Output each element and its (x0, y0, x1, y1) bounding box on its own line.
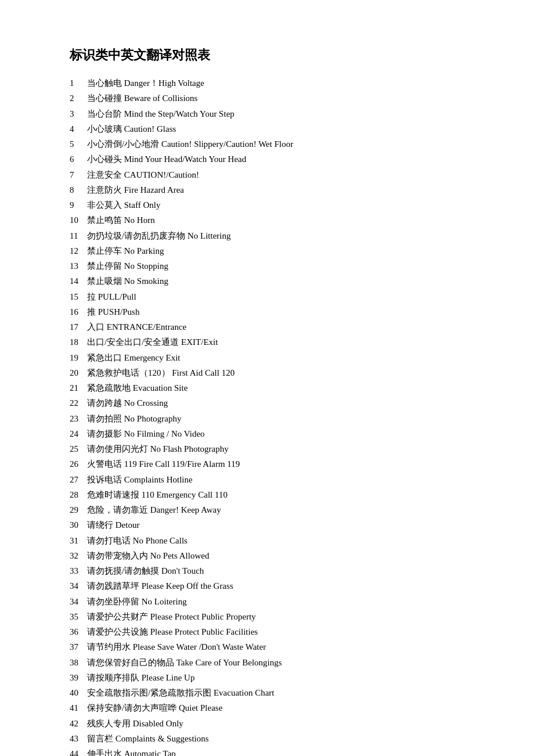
item-number: 35 (70, 609, 87, 624)
list-item: 10禁止鸣笛 No Horn (70, 213, 464, 228)
item-number: 31 (70, 533, 87, 548)
item-text: 请勿跨越 No Crossing (87, 395, 464, 411)
item-text: 推 PUSH/Push (87, 304, 464, 319)
list-item: 12禁止停车 No Parking (70, 243, 464, 258)
item-number: 21 (70, 380, 87, 395)
item-text: 伸手出水 Automatic Tap (87, 746, 464, 756)
item-text: 当心碰撞 Beware of Collisions (87, 91, 464, 106)
list-item: 11勿扔垃圾/请勿乱扔废弃物 No Littering (70, 228, 464, 243)
item-text: 火警电话 119 Fire Call 119/Fire Alarm 119 (87, 456, 464, 471)
item-number: 20 (70, 365, 87, 380)
item-number: 8 (70, 182, 87, 197)
item-text: 紧急出口 Emergency Exit (87, 350, 464, 365)
item-number: 34 (70, 578, 87, 593)
item-text: 安全疏散指示图/紧急疏散指示图 Evacuation Chart (87, 685, 464, 700)
item-text: 小心玻璃 Caution! Glass (87, 121, 464, 136)
item-number: 12 (70, 243, 87, 258)
item-number: 19 (70, 350, 87, 365)
list-item: 33请勿抚摸/请勿触摸 Don't Touch (70, 563, 464, 578)
item-text: 请节约用水 Please Save Water /Don't Waste Wat… (87, 639, 464, 654)
item-text: 小心滑倒/小心地滑 Caution! Slippery/Caution! Wet… (87, 136, 464, 152)
item-text: 保持安静/请勿大声喧哗 Quiet Please (87, 700, 464, 715)
item-text: 紧急救护电话（120） First Aid Call 120 (87, 365, 464, 380)
item-number: 33 (70, 563, 87, 578)
item-number: 17 (70, 319, 87, 334)
item-text: 当心触电 Danger！High Voltage (87, 75, 464, 91)
list-item: 44伸手出水 Automatic Tap (70, 746, 464, 756)
item-text: 注意防火 Fire Hazard Area (87, 182, 464, 197)
item-text: 请勿带宠物入内 No Pets Allowed (87, 548, 464, 563)
list-item: 39请按顺序排队 Please Line Up (70, 670, 464, 685)
item-number: 1 (70, 75, 87, 91)
list-item: 42残疾人专用 Disabled Only (70, 716, 464, 731)
item-number: 4 (70, 121, 87, 136)
item-text: 请绕行 Detour (87, 517, 464, 532)
item-text: 请勿践踏草坪 Please Keep Off the Grass (87, 578, 464, 593)
item-number: 15 (70, 289, 87, 304)
item-number: 40 (70, 685, 87, 700)
item-text: 请爱护公共财产 Please Protect Public Property (87, 609, 464, 624)
list-item: 15拉 PULL/Pull (70, 289, 464, 304)
item-text: 小心碰头 Mind Your Head/Watch Your Head (87, 152, 464, 167)
item-number: 38 (70, 655, 87, 670)
item-text: 残疾人专用 Disabled Only (87, 716, 464, 731)
item-number: 36 (70, 624, 87, 639)
item-number: 22 (70, 395, 87, 411)
item-number: 10 (70, 213, 87, 228)
item-text: 危难时请速报 110 Emergency Call 110 (87, 487, 464, 502)
item-number: 41 (70, 700, 87, 715)
list-item: 25请勿使用闪光灯 No Flash Photography (70, 441, 464, 456)
list-item: 1当心触电 Danger！High Voltage (70, 75, 464, 91)
list-item: 3当心台阶 Mind the Step/Watch Your Step (70, 106, 464, 121)
list-item: 23请勿拍照 No Photography (70, 411, 464, 426)
item-number: 9 (70, 197, 87, 213)
item-number: 24 (70, 426, 87, 441)
item-number: 28 (70, 487, 87, 502)
item-number: 23 (70, 411, 87, 426)
item-text: 非公莫入 Staff Only (87, 197, 464, 213)
item-text: 危险，请勿靠近 Danger! Keep Away (87, 502, 464, 517)
list-item: 22请勿跨越 No Crossing (70, 395, 464, 411)
item-number: 37 (70, 639, 87, 654)
item-text: 请勿坐卧停留 No Loitering (87, 594, 464, 609)
list-item: 2当心碰撞 Beware of Collisions (70, 91, 464, 106)
list-item: 30请绕行 Detour (70, 517, 464, 532)
item-text: 投诉电话 Complaints Hotline (87, 472, 464, 487)
item-text: 勿扔垃圾/请勿乱扔废弃物 No Littering (87, 228, 464, 243)
item-text: 留言栏 Complaints & Suggestions (87, 731, 464, 746)
list-item: 9非公莫入 Staff Only (70, 197, 464, 213)
item-number: 11 (70, 228, 87, 243)
item-number: 13 (70, 258, 87, 273)
item-number: 7 (70, 167, 87, 182)
list-item: 37请节约用水 Please Save Water /Don't Waste W… (70, 639, 464, 654)
list-item: 41保持安静/请勿大声喧哗 Quiet Please (70, 700, 464, 715)
item-text: 注意安全 CAUTION!/Caution! (87, 167, 464, 182)
list-item: 43留言栏 Complaints & Suggestions (70, 731, 464, 746)
list-item: 28危难时请速报 110 Emergency Call 110 (70, 487, 464, 502)
list-item: 29危险，请勿靠近 Danger! Keep Away (70, 502, 464, 517)
item-text: 禁止停车 No Parking (87, 243, 464, 258)
item-number: 26 (70, 456, 87, 471)
item-number: 6 (70, 152, 87, 167)
item-number: 5 (70, 136, 87, 152)
list-item: 18出口/安全出口/安全通道 EXIT/Exit (70, 334, 464, 350)
list-item: 32请勿带宠物入内 No Pets Allowed (70, 548, 464, 563)
item-number: 27 (70, 472, 87, 487)
item-text: 请勿摄影 No Filming / No Video (87, 426, 464, 441)
list-item: 20紧急救护电话（120） First Aid Call 120 (70, 365, 464, 380)
item-text: 拉 PULL/Pull (87, 289, 464, 304)
item-number: 44 (70, 746, 87, 756)
item-text: 请勿打电话 No Phone Calls (87, 533, 464, 548)
list-item: 4小心玻璃 Caution! Glass (70, 121, 464, 136)
item-number: 32 (70, 548, 87, 563)
list-item: 19紧急出口 Emergency Exit (70, 350, 464, 365)
list-item: 5小心滑倒/小心地滑 Caution! Slippery/Caution! We… (70, 136, 464, 152)
item-number: 18 (70, 334, 87, 350)
list-item: 40安全疏散指示图/紧急疏散指示图 Evacuation Chart (70, 685, 464, 700)
list-item: 6小心碰头 Mind Your Head/Watch Your Head (70, 152, 464, 167)
item-text: 请勿抚摸/请勿触摸 Don't Touch (87, 563, 464, 578)
item-text: 禁止鸣笛 No Horn (87, 213, 464, 228)
item-text: 禁止停留 No Stopping (87, 258, 464, 273)
item-number: 39 (70, 670, 87, 685)
item-text: 请爱护公共设施 Please Protect Public Facilities (87, 624, 464, 639)
